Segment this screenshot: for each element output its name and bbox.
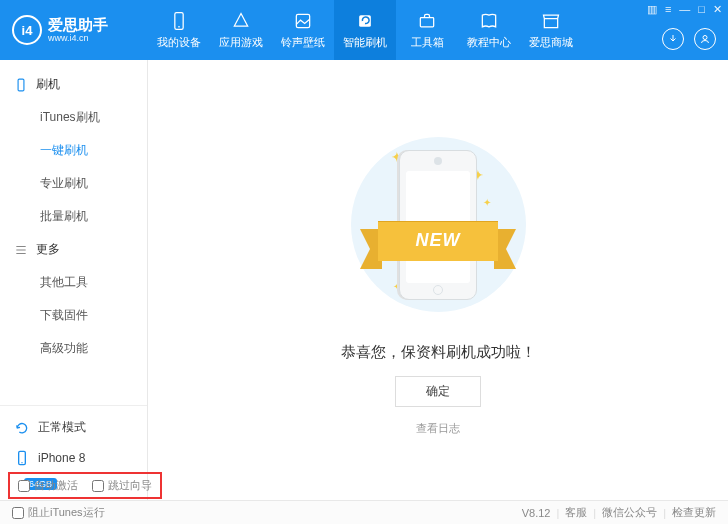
nav-toolbox[interactable]: 工具箱 <box>396 0 458 60</box>
success-illustration: ✦ ✦ ✦ ✦ NEW <box>328 125 548 325</box>
wechat-link[interactable]: 微信公众号 <box>602 505 657 520</box>
skip-setup-checkbox[interactable]: 跳过向导 <box>92 478 152 493</box>
tshirt-icon[interactable]: ▥ <box>647 3 657 16</box>
device-row[interactable]: iPhone 8 <box>0 443 147 473</box>
title-bar: i4 爱思助手 www.i4.cn 我的设备 应用游戏 铃声壁纸 智能刷机 工具… <box>0 0 728 60</box>
sidebar-item-oneclick-flash[interactable]: 一键刷机 <box>0 134 147 167</box>
nav-label: 教程中心 <box>467 35 511 50</box>
status-bar: 阻止iTunes运行 V8.12 | 客服 | 微信公众号 | 检查更新 <box>0 500 728 524</box>
mode-label: 正常模式 <box>38 419 86 436</box>
main-content: ✦ ✦ ✦ ✦ NEW 恭喜您，保资料刷机成功啦！ 确定 查看日志 <box>148 60 728 500</box>
group-title: 更多 <box>36 241 60 258</box>
account-area <box>662 28 716 50</box>
sidebar: 刷机 iTunes刷机 一键刷机 专业刷机 批量刷机 更多 其他工具 下载固件 … <box>0 60 148 500</box>
checkbox-input[interactable] <box>18 480 30 492</box>
nav-label: 我的设备 <box>157 35 201 50</box>
version-label: V8.12 <box>522 507 551 519</box>
ok-button[interactable]: 确定 <box>395 376 481 407</box>
checkbox-label: 自动激活 <box>34 478 78 493</box>
download-button[interactable] <box>662 28 684 50</box>
sparkle-icon: ✦ <box>483 197 491 208</box>
menu-icon[interactable]: ≡ <box>665 3 671 16</box>
nav-label: 应用游戏 <box>219 35 263 50</box>
sidebar-item-download-firmware[interactable]: 下载固件 <box>0 299 147 332</box>
footer-options-highlight: 自动激活 跳过向导 <box>8 472 162 499</box>
nav-store[interactable]: 爱思商城 <box>520 0 582 60</box>
sidebar-item-other-tools[interactable]: 其他工具 <box>0 266 147 299</box>
sidebar-item-advanced[interactable]: 高级功能 <box>0 332 147 365</box>
list-icon <box>14 243 28 257</box>
flash-icon <box>355 11 375 31</box>
svg-point-8 <box>21 462 22 463</box>
toolbox-icon <box>417 11 437 31</box>
close-icon[interactable]: ✕ <box>713 3 722 16</box>
checkbox-label: 跳过向导 <box>108 478 152 493</box>
separator: | <box>556 507 559 519</box>
sidebar-item-batch-flash[interactable]: 批量刷机 <box>0 200 147 233</box>
svg-point-1 <box>178 26 180 28</box>
nav-ringtones[interactable]: 铃声壁纸 <box>272 0 334 60</box>
phone-icon <box>169 11 189 31</box>
nav-label: 铃声壁纸 <box>281 35 325 50</box>
window-controls: ▥ ≡ — □ ✕ <box>647 3 722 16</box>
separator: | <box>593 507 596 519</box>
success-message: 恭喜您，保资料刷机成功啦！ <box>341 343 536 362</box>
device-label: iPhone 8 <box>38 451 85 465</box>
nav-label: 智能刷机 <box>343 35 387 50</box>
checkbox-label: 阻止iTunes运行 <box>28 505 105 520</box>
group-title: 刷机 <box>36 76 60 93</box>
nav-label: 工具箱 <box>411 35 444 50</box>
nav-tutorials[interactable]: 教程中心 <box>458 0 520 60</box>
logo-area: i4 爱思助手 www.i4.cn <box>0 15 148 45</box>
svg-point-5 <box>703 36 707 40</box>
sidebar-group-more[interactable]: 更多 <box>0 233 147 266</box>
book-icon <box>479 11 499 31</box>
top-nav: 我的设备 应用游戏 铃声壁纸 智能刷机 工具箱 教程中心 爱思商城 <box>148 0 582 60</box>
view-log-link[interactable]: 查看日志 <box>416 421 460 436</box>
checkbox-input[interactable] <box>92 480 104 492</box>
nav-apps[interactable]: 应用游戏 <box>210 0 272 60</box>
mode-row[interactable]: 正常模式 <box>0 412 147 443</box>
minimize-icon[interactable]: — <box>679 3 690 16</box>
svg-rect-4 <box>420 17 433 26</box>
phone-icon <box>14 450 30 466</box>
user-button[interactable] <box>694 28 716 50</box>
sidebar-item-pro-flash[interactable]: 专业刷机 <box>0 167 147 200</box>
image-icon <box>293 11 313 31</box>
app-title: 爱思助手 <box>48 17 108 33</box>
nav-flash[interactable]: 智能刷机 <box>334 0 396 60</box>
maximize-icon[interactable]: □ <box>698 3 705 16</box>
svg-rect-6 <box>18 79 24 91</box>
nav-label: 爱思商城 <box>529 35 573 50</box>
separator: | <box>663 507 666 519</box>
logo-icon: i4 <box>12 15 42 45</box>
sidebar-item-itunes-flash[interactable]: iTunes刷机 <box>0 101 147 134</box>
check-update-link[interactable]: 检查更新 <box>672 505 716 520</box>
phone-icon <box>14 78 28 92</box>
new-ribbon: NEW <box>378 221 498 261</box>
apps-icon <box>231 11 251 31</box>
sidebar-group-flash[interactable]: 刷机 <box>0 68 147 101</box>
checkbox-input[interactable] <box>12 507 24 519</box>
app-url: www.i4.cn <box>48 33 108 43</box>
refresh-icon <box>14 420 30 436</box>
support-link[interactable]: 客服 <box>565 505 587 520</box>
block-itunes-checkbox[interactable]: 阻止iTunes运行 <box>12 505 105 520</box>
auto-activate-checkbox[interactable]: 自动激活 <box>18 478 78 493</box>
store-icon <box>541 11 561 31</box>
nav-my-device[interactable]: 我的设备 <box>148 0 210 60</box>
